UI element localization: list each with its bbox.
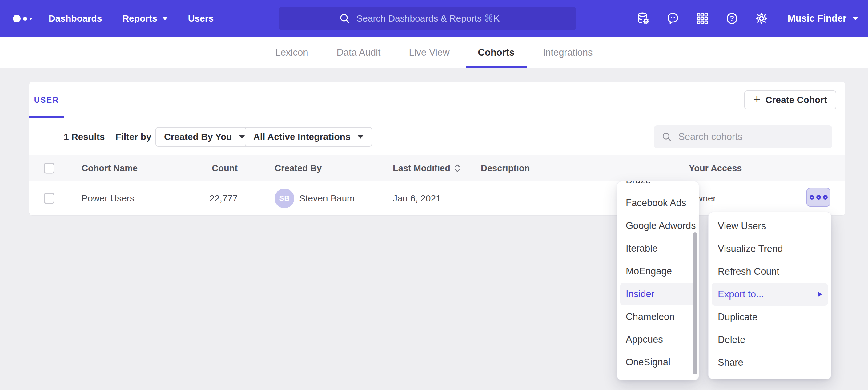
apps-grid-icon[interactable]	[695, 11, 710, 26]
column-last-modified[interactable]: Last Modified	[393, 163, 461, 173]
data-management-icon[interactable]	[636, 11, 650, 26]
feedback-icon[interactable]	[666, 11, 680, 26]
global-search-input[interactable]	[356, 13, 517, 24]
menu-item-share[interactable]: Share	[709, 351, 831, 374]
filter-integrations-dropdown[interactable]: All Active Integrations	[245, 127, 372, 147]
tab-label: Live View	[409, 47, 450, 58]
create-cohort-label: Create Cohort	[766, 95, 827, 105]
filter-toolbar: 1 Results Filter by Created By You All A…	[29, 119, 845, 155]
export-target-chameleon[interactable]: Chameleon	[617, 305, 699, 328]
user-tab-label: USER	[34, 96, 59, 105]
column-your-access: Your Access	[689, 163, 742, 173]
plus-icon: +	[753, 93, 761, 105]
tab-integrations[interactable]: Integrations	[530, 37, 605, 68]
section-tabs: Lexicon Data Audit Live View Cohorts Int…	[0, 37, 868, 68]
results-count: 1 Results	[64, 132, 105, 142]
menu-item-visualize-trend[interactable]: Visualize Trend	[709, 237, 831, 260]
column-label: Last Modified	[393, 163, 450, 173]
menu-item-delete[interactable]: Delete	[709, 328, 831, 351]
top-nav: Dashboards Reports Users	[0, 0, 868, 37]
kebab-dot-icon	[816, 195, 821, 200]
tab-live-view[interactable]: Live View	[397, 37, 462, 68]
svg-text:?: ?	[730, 14, 734, 23]
submenu-arrow-icon	[818, 292, 822, 297]
export-target-braze[interactable]: Braze	[617, 182, 699, 192]
column-description: Description	[481, 163, 530, 173]
tab-cohorts[interactable]: Cohorts	[466, 37, 527, 68]
avatar: SB	[275, 189, 294, 208]
project-switcher[interactable]: Music Finder	[788, 13, 858, 24]
cohort-count: 22,777	[162, 193, 238, 204]
select-all-checkbox[interactable]	[44, 163, 55, 174]
table-row: Power Users 22,777 SB Steven Baum Jan 6,…	[29, 182, 845, 215]
menu-item-label: Export to...	[718, 289, 764, 300]
column-created-by: Created By	[275, 163, 322, 173]
project-name: Music Finder	[788, 13, 846, 24]
cohort-name-link[interactable]: Power Users	[82, 193, 134, 204]
nav-item-users[interactable]: Users	[188, 13, 214, 24]
chevron-down-icon	[239, 135, 245, 139]
row-actions-kebab-button[interactable]	[806, 188, 831, 207]
export-target-facebook-ads[interactable]: Facebook Ads	[617, 192, 699, 215]
active-tab-indicator	[466, 66, 527, 68]
submenu-scrollbar-thumb[interactable]	[693, 232, 697, 374]
chevron-down-icon	[852, 17, 858, 20]
tab-label: Integrations	[542, 47, 592, 58]
export-submenu: Braze Facebook Ads Google Adwords Iterab…	[617, 182, 699, 380]
nav-item-dashboards[interactable]: Dashboards	[49, 13, 102, 24]
filter-label: Created By You	[164, 132, 232, 142]
nav-item-label: Dashboards	[49, 13, 102, 24]
created-by-name: Steven Baum	[299, 193, 354, 204]
cohort-search[interactable]	[654, 126, 832, 148]
export-target-insider[interactable]: Insider	[620, 283, 695, 305]
export-target-google-adwords[interactable]: Google Adwords	[617, 215, 699, 237]
filter-created-by-dropdown[interactable]: Created By You	[155, 127, 254, 147]
chevron-down-icon	[358, 135, 364, 139]
chevron-down-icon	[162, 17, 168, 20]
export-target-onesignal[interactable]: OneSignal	[617, 351, 699, 374]
sort-icon	[454, 163, 461, 173]
tab-label: Cohorts	[478, 47, 515, 58]
divider	[105, 128, 106, 145]
row-checkbox[interactable]	[44, 193, 55, 204]
user-tab-indicator	[29, 116, 64, 119]
tab-label: Data Audit	[336, 47, 380, 58]
mixpanel-logo-icon[interactable]	[13, 15, 33, 23]
nav-item-label: Reports	[122, 13, 157, 24]
cohorts-card: USER + Create Cohort 1 Results Filter by…	[29, 82, 845, 215]
primary-nav: Dashboards Reports Users	[49, 13, 214, 24]
cohort-type-tab-user[interactable]: USER	[29, 82, 64, 119]
tab-label: Lexicon	[276, 47, 308, 58]
menu-item-view-users[interactable]: View Users	[709, 215, 831, 237]
column-cohort-name: Cohort Name	[82, 163, 137, 173]
menu-item-refresh-count[interactable]: Refresh Count	[709, 260, 831, 283]
nav-item-label: Users	[188, 13, 214, 24]
last-modified-date: Jan 6, 2021	[393, 193, 441, 204]
card-header: USER + Create Cohort	[29, 82, 845, 119]
global-search[interactable]	[279, 7, 576, 30]
export-target-appcues[interactable]: Appcues	[617, 328, 699, 351]
search-icon	[661, 131, 672, 142]
row-context-menu: View Users Visualize Trend Refresh Count…	[709, 212, 831, 379]
create-cohort-button[interactable]: + Create Cohort	[744, 90, 836, 109]
export-target-moengage[interactable]: MoEngage	[617, 260, 699, 283]
column-count: Count	[162, 163, 238, 173]
table-header: Cohort Name Count Created By Last Modifi…	[29, 155, 845, 182]
filter-label: All Active Integrations	[253, 132, 350, 142]
kebab-dot-icon	[823, 195, 828, 200]
tab-data-audit[interactable]: Data Audit	[324, 37, 393, 68]
tab-lexicon[interactable]: Lexicon	[263, 37, 321, 68]
export-target-iterable[interactable]: Iterable	[617, 237, 699, 260]
help-icon[interactable]: ?	[725, 11, 739, 26]
nav-item-reports[interactable]: Reports	[122, 13, 167, 24]
cohort-search-input[interactable]	[678, 131, 820, 142]
menu-item-export-to[interactable]: Export to...	[712, 283, 828, 306]
menu-item-duplicate[interactable]: Duplicate	[709, 306, 831, 328]
filter-by-label: Filter by	[116, 132, 151, 142]
settings-gear-icon[interactable]	[754, 11, 769, 26]
search-icon	[339, 12, 351, 25]
nav-right-cluster: ? Music Finder	[636, 0, 858, 37]
kebab-dot-icon	[809, 195, 814, 200]
